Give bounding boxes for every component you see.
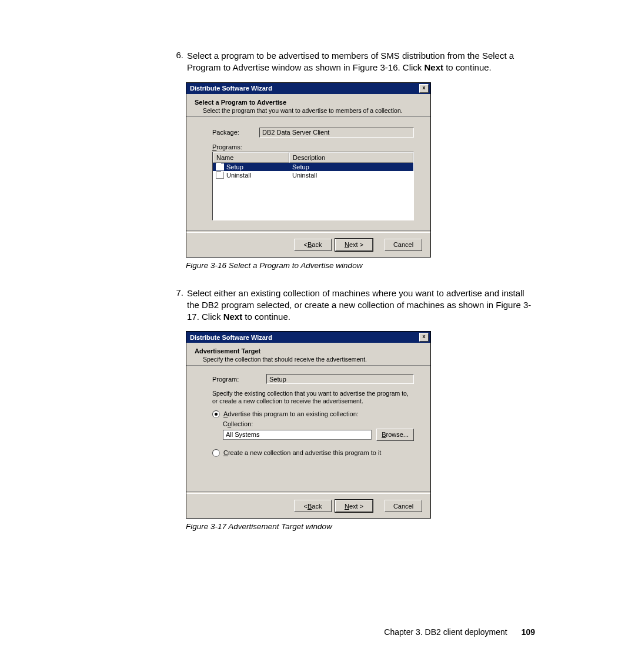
step-6: 6. Select a program to be advertised to …: [171, 50, 535, 74]
wizard-header-title: Select a Program to Advertise: [195, 99, 422, 106]
step-bold: Next: [425, 62, 444, 72]
row-name: Uninstall: [226, 172, 251, 179]
radio-label: Advertise this program to an existing co…: [223, 410, 359, 417]
col-name[interactable]: Name: [213, 152, 289, 163]
step-body: Select a program to be advertised to mem…: [187, 50, 535, 74]
label-collection: Collection:: [223, 420, 414, 427]
cancel-button[interactable]: Cancel: [385, 500, 422, 512]
existing-group: Collection: All Systems Browse...: [223, 420, 414, 441]
next-button[interactable]: Next >: [335, 239, 373, 251]
col-description[interactable]: Description: [289, 152, 413, 163]
program-icon: [216, 172, 224, 179]
label-program: Program:: [212, 376, 266, 383]
package-field: DB2 Data Server Client: [259, 128, 414, 138]
radio-label: Create a new collection and advertise th…: [223, 449, 381, 456]
footer-page: 109: [522, 627, 535, 637]
close-icon[interactable]: x: [419, 333, 429, 342]
row-desc: Setup: [289, 163, 413, 171]
button-row: < Back Next > Cancel: [186, 494, 430, 518]
wizard-select-program: Distribute Software Wizard x Select a Pr…: [186, 82, 431, 258]
step-text-b: to continue.: [242, 312, 290, 322]
wizard-advertisement-target: Distribute Software Wizard x Advertiseme…: [186, 331, 431, 519]
footer-chapter: Chapter 3. DB2 client deployment: [384, 627, 507, 637]
radio-icon: [212, 449, 220, 457]
next-button[interactable]: Next >: [335, 500, 373, 512]
back-button[interactable]: < Back: [294, 500, 332, 512]
collection-field[interactable]: All Systems: [223, 430, 372, 440]
step-number: 6.: [171, 50, 187, 74]
list-header: Name Description: [213, 152, 413, 163]
back-button[interactable]: < Back: [294, 239, 332, 251]
list-item[interactable]: Uninstall Uninstall: [213, 171, 413, 179]
cancel-button[interactable]: Cancel: [385, 239, 422, 251]
step-body: Select either an existing collection of …: [187, 287, 535, 323]
wizard-body: Program: Setup Specify the existing coll…: [186, 366, 430, 492]
radio-existing[interactable]: Advertise this program to an existing co…: [212, 410, 414, 418]
browse-button[interactable]: Browse...: [376, 429, 414, 441]
program-field: Setup: [266, 374, 414, 384]
row-desc: Uninstall: [289, 171, 413, 179]
label-programs: Programs:: [212, 143, 259, 151]
step-bold: Next: [223, 312, 243, 322]
step-7: 7. Select either an existing collection …: [171, 287, 535, 323]
list-item[interactable]: Setup Setup: [213, 163, 413, 171]
programs-list[interactable]: Name Description Setup Setup Uninstall U…: [212, 152, 414, 220]
step-text-b: to continue.: [443, 62, 492, 72]
row-name: Setup: [226, 163, 243, 170]
radio-new[interactable]: Create a new collection and advertise th…: [212, 449, 414, 457]
window-title: Distribute Software Wizard: [190, 334, 272, 341]
wizard-header-desc: Specify the collection that should recei…: [195, 356, 422, 363]
page-footer: Chapter 3. DB2 client deployment 109: [384, 627, 535, 637]
instruction-text: Specify the existing collection that you…: [212, 390, 414, 405]
window-title: Distribute Software Wizard: [190, 85, 272, 92]
step-number: 7.: [171, 287, 187, 323]
wizard-body: Package: DB2 Data Server Client Programs…: [186, 117, 430, 230]
wizard-header-desc: Select the program that you want to adve…: [195, 107, 422, 114]
wizard-header: Select a Program to Advertise Select the…: [186, 94, 430, 117]
figure-caption: Figure 3-17 Advertisement Target window: [186, 522, 535, 531]
close-icon[interactable]: x: [419, 84, 429, 93]
radio-icon: [212, 410, 220, 418]
figure-caption: Figure 3-16 Select a Program to Advertis…: [186, 261, 535, 270]
wizard-header-title: Advertisement Target: [195, 347, 422, 355]
button-row: < Back Next > Cancel: [186, 233, 430, 257]
titlebar: Distribute Software Wizard x: [186, 83, 430, 94]
program-icon: [216, 163, 224, 170]
titlebar: Distribute Software Wizard x: [186, 332, 430, 343]
wizard-header: Advertisement Target Specify the collect…: [186, 343, 430, 366]
label-package: Package:: [212, 129, 259, 136]
